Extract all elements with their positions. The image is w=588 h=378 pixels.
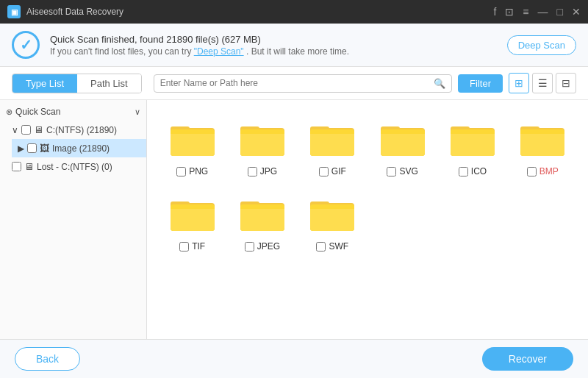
search-box[interactable]: 🔍 bbox=[154, 74, 452, 93]
sidebar-item-cdrive[interactable]: ∨ 🖥 C:(NTFS) (21890) bbox=[6, 121, 146, 139]
folder-checkbox-bmp[interactable] bbox=[527, 167, 537, 176]
minimize-icon[interactable]: — bbox=[538, 6, 548, 18]
folder-checkbox-gif[interactable] bbox=[319, 167, 329, 176]
deep-scan-link[interactable]: "Deep Scan" bbox=[194, 46, 244, 57]
lost-label: Lost - C:(NTFS) (0) bbox=[37, 162, 112, 172]
folder-label-row-jpg: JPG bbox=[248, 166, 277, 176]
folder-icon-swf bbox=[309, 194, 356, 237]
scan-result-suffix: . But it will take more time. bbox=[246, 46, 349, 57]
folder-icon-bmp bbox=[519, 119, 566, 162]
lost-icon: 🖥 bbox=[24, 161, 34, 172]
folder-checkbox-ico[interactable] bbox=[459, 167, 468, 176]
close-icon[interactable]: ✕ bbox=[572, 6, 581, 18]
folder-item-jpg[interactable]: JPG bbox=[229, 112, 295, 181]
title-bar: ▣ Aiseesoft Data Recovery f ⊡ ≡ — □ ✕ bbox=[0, 0, 588, 24]
tab-group: Type List Path List bbox=[12, 74, 142, 93]
status-bar: ✓ Quick Scan finished, found 21890 file(… bbox=[0, 24, 588, 67]
folder-label-gif: GIF bbox=[331, 166, 346, 176]
folder-item-gif[interactable]: GIF bbox=[299, 112, 366, 181]
lost-checkbox[interactable] bbox=[12, 162, 21, 171]
view-toggles: ⊞ ☰ ⊟ bbox=[509, 73, 576, 93]
folder-label-swf: SWF bbox=[329, 241, 348, 252]
grid-view-button[interactable]: ⊞ bbox=[509, 73, 529, 93]
folder-label-svg: SVG bbox=[399, 166, 417, 176]
content-area: PNG JPG GIF SVG bbox=[147, 100, 588, 339]
filter-button[interactable]: Filter bbox=[458, 74, 503, 93]
main-area: ⊗ Quick Scan ∨ ∨ 🖥 C:(NTFS) (21890) ▶ 🖼 bbox=[0, 100, 588, 339]
folder-label-jpg: JPG bbox=[260, 166, 277, 176]
image-icon: 🖼 bbox=[40, 143, 49, 154]
folder-label-row-tif: TIF bbox=[179, 241, 205, 252]
folder-checkbox-jpg[interactable] bbox=[248, 167, 257, 176]
check-icon: ✓ bbox=[12, 31, 40, 59]
folder-label-row-ico: ICO bbox=[459, 166, 487, 176]
folder-icon-ico bbox=[449, 119, 496, 162]
folder-item-png[interactable]: PNG bbox=[159, 112, 226, 181]
expand-icon: ⊗ bbox=[6, 107, 12, 117]
folder-label-row-swf: SWF bbox=[316, 241, 348, 252]
sidebar: ⊗ Quick Scan ∨ ∨ 🖥 C:(NTFS) (21890) ▶ 🖼 bbox=[0, 100, 147, 339]
folder-icon-tif bbox=[169, 194, 216, 237]
social-icon[interactable]: ⊡ bbox=[505, 6, 514, 18]
folder-label-ico: ICO bbox=[471, 166, 487, 176]
folder-checkbox-jpeg[interactable] bbox=[245, 242, 254, 252]
recover-button[interactable]: Recover bbox=[482, 347, 573, 371]
deep-scan-button[interactable]: Deep Scan bbox=[507, 35, 576, 55]
item-arrow: ▶ bbox=[18, 143, 24, 154]
scan-result-prefix: If you can't find lost files, you can tr… bbox=[50, 46, 194, 57]
scan-result-line1: Quick Scan finished, found 21890 file(s)… bbox=[50, 34, 497, 45]
folder-item-ico[interactable]: ICO bbox=[439, 112, 506, 181]
folder-label-row-jpeg: JPEG bbox=[245, 241, 280, 252]
folder-checkbox-svg[interactable] bbox=[387, 167, 396, 176]
detail-view-button[interactable]: ⊟ bbox=[556, 73, 576, 93]
folder-label-jpeg: JPEG bbox=[257, 241, 280, 252]
folder-label-row-bmp: BMP bbox=[527, 166, 559, 176]
folder-checkbox-tif[interactable] bbox=[179, 242, 189, 252]
folder-label-row-png: PNG bbox=[176, 166, 208, 176]
drive-icon: 🖥 bbox=[34, 124, 43, 135]
search-input[interactable] bbox=[160, 78, 431, 88]
scan-result-line2: If you can't find lost files, you can tr… bbox=[50, 46, 497, 57]
folder-label-row-gif: GIF bbox=[319, 166, 346, 176]
folder-item-swf[interactable]: SWF bbox=[299, 187, 366, 256]
window-controls[interactable]: f ⊡ ≡ — □ ✕ bbox=[493, 6, 581, 18]
folder-label-bmp: BMP bbox=[539, 166, 559, 176]
list-view-button[interactable]: ☰ bbox=[532, 73, 553, 93]
search-icon: 🔍 bbox=[434, 78, 445, 89]
folder-icon-jpg bbox=[239, 119, 286, 162]
image-label: Image (21890) bbox=[52, 143, 110, 154]
sidebar-item-image[interactable]: ▶ 🖼 Image (21890) bbox=[12, 139, 146, 157]
quickscan-label: Quick Scan bbox=[15, 107, 60, 117]
sidebar-item-quickscan[interactable]: ⊗ Quick Scan ∨ bbox=[0, 103, 146, 121]
toolbar: Type List Path List 🔍 Filter ⊞ ☰ ⊟ bbox=[0, 67, 588, 100]
folder-checkbox-png[interactable] bbox=[176, 167, 186, 176]
folder-icon-jpeg bbox=[239, 194, 286, 237]
chevron-down-icon: ∨ bbox=[135, 107, 140, 117]
folder-item-tif[interactable]: TIF bbox=[159, 187, 226, 256]
expand-arrow: ∨ bbox=[12, 125, 18, 135]
tab-path-list[interactable]: Path List bbox=[77, 74, 141, 93]
maximize-icon[interactable]: □ bbox=[557, 6, 563, 18]
menu-icon[interactable]: ≡ bbox=[523, 6, 528, 18]
folder-item-bmp[interactable]: BMP bbox=[509, 112, 576, 181]
tab-type-list[interactable]: Type List bbox=[12, 74, 77, 93]
app-icon: ▣ bbox=[7, 5, 21, 18]
app-title: Aiseesoft Data Recovery bbox=[26, 7, 493, 17]
folder-icon-png bbox=[169, 119, 216, 162]
cdrive-checkbox[interactable] bbox=[21, 125, 31, 135]
folder-label-png: PNG bbox=[189, 166, 208, 176]
back-button[interactable]: Back bbox=[15, 347, 80, 371]
bottom-bar: Back Recover bbox=[0, 339, 588, 378]
image-checkbox[interactable] bbox=[27, 143, 37, 153]
folder-grid: PNG JPG GIF SVG bbox=[159, 112, 576, 256]
sidebar-item-lost[interactable]: 🖥 Lost - C:(NTFS) (0) bbox=[6, 157, 146, 176]
folder-label-row-svg: SVG bbox=[387, 166, 417, 176]
facebook-icon[interactable]: f bbox=[493, 6, 496, 18]
folder-icon-gif bbox=[309, 119, 356, 162]
folder-checkbox-swf[interactable] bbox=[316, 242, 326, 252]
folder-item-svg[interactable]: SVG bbox=[369, 112, 436, 181]
status-text: Quick Scan finished, found 21890 file(s)… bbox=[50, 34, 497, 57]
folder-item-jpeg[interactable]: JPEG bbox=[229, 187, 295, 256]
cdrive-label: C:(NTFS) (21890) bbox=[46, 125, 117, 135]
folder-icon-svg bbox=[379, 119, 426, 162]
